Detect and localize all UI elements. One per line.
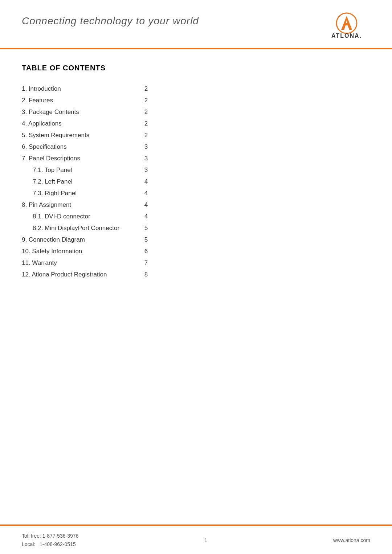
header: Connecting technology to your world ATLO…	[0, 0, 392, 41]
toc-page-number: 3	[144, 153, 160, 164]
toc-page-number: 4	[144, 211, 160, 222]
local-number: 1-408-962-0515	[40, 541, 76, 547]
toc-row: 6. Specifications3	[22, 141, 160, 153]
toc-item-label: 7. Panel Descriptions	[22, 153, 144, 164]
footer: Toll free: 1-877-536-3976 Local: 1-408-9…	[0, 525, 392, 554]
toc-item-label: 3. Package Contents	[22, 106, 144, 118]
local-label: Local:	[22, 541, 35, 547]
toc-item-label: 7.3. Right Panel	[22, 188, 144, 199]
toc-item-label: 7.2. Left Panel	[22, 176, 144, 188]
toc-item-label: 4. Applications	[22, 118, 144, 130]
toc-page-number: 7	[144, 257, 160, 269]
toc-item-label: 6. Specifications	[22, 141, 144, 153]
toc-item-label: 8.1. DVI-D connector	[22, 211, 144, 222]
toc-page-number: 2	[144, 95, 160, 106]
toc-page-number: 3	[144, 141, 160, 153]
toc-row: 11. Warranty7	[22, 257, 160, 269]
toc-page-number: 5	[144, 222, 160, 234]
toc-row: 5. System Requirements2	[22, 130, 160, 141]
toc-row: 7. Panel Descriptions3	[22, 153, 160, 164]
toll-free-label: Toll free:	[22, 533, 41, 539]
toc-page-number: 2	[144, 83, 160, 95]
toc-item-label: 10. Safety Information	[22, 246, 144, 257]
toc-row: 7.3. Right Panel4	[22, 188, 160, 199]
toc-item-label: 7.1. Top Panel	[22, 164, 144, 176]
svg-text:ATLONA.: ATLONA.	[331, 33, 362, 39]
toc-item-label: 8.2. Mini DisplayPort Connector	[22, 222, 144, 234]
page-wrapper: Connecting technology to your world ATLO…	[0, 0, 392, 554]
main-content: TABLE OF CONTENTS 1. Introduction22. Fea…	[0, 49, 392, 524]
logo-area: ATLONA.	[323, 12, 370, 41]
toc-page-number: 2	[144, 106, 160, 118]
toc-row: 12. Atlona Product Registration8	[22, 269, 160, 280]
toc-row: 9. Connection Diagram5	[22, 234, 160, 246]
toc-item-label: 1. Introduction	[22, 83, 144, 95]
toc-page-number: 4	[144, 199, 160, 211]
toc-row: 3. Package Contents2	[22, 106, 160, 118]
footer-contact: Toll free: 1-877-536-3976 Local: 1-408-9…	[22, 532, 78, 548]
toc-page-number: 6	[144, 246, 160, 257]
toc-row: 8.2. Mini DisplayPort Connector5	[22, 222, 160, 234]
toc-item-label: 12. Atlona Product Registration	[22, 269, 144, 280]
toc-page-number: 2	[144, 118, 160, 130]
toc-page-number: 4	[144, 176, 160, 188]
toc-row: 7.1. Top Panel3	[22, 164, 160, 176]
toc-title: TABLE OF CONTENTS	[22, 64, 370, 72]
toc-item-label: 11. Warranty	[22, 257, 144, 269]
toc-page-number: 3	[144, 164, 160, 176]
toc-table: 1. Introduction22. Features23. Package C…	[22, 83, 160, 280]
toc-page-number: 5	[144, 234, 160, 246]
toc-page-number: 2	[144, 130, 160, 141]
toc-row: 8. Pin Assignment4	[22, 199, 160, 211]
toc-page-number: 4	[144, 188, 160, 199]
footer-website: www.atlona.com	[333, 537, 370, 543]
toll-free-number: 1-877-536-3976	[42, 533, 79, 539]
toc-item-label: 8. Pin Assignment	[22, 199, 144, 211]
toc-item-label: 9. Connection Diagram	[22, 234, 144, 246]
toc-row: 8.1. DVI-D connector4	[22, 211, 160, 222]
toc-page-number: 8	[144, 269, 160, 280]
atlona-logo: ATLONA.	[323, 12, 370, 41]
toc-row: 2. Features2	[22, 95, 160, 106]
toc-row: 4. Applications2	[22, 118, 160, 130]
toc-row: 1. Introduction2	[22, 83, 160, 95]
footer-page-number: 1	[204, 537, 207, 543]
toc-item-label: 5. System Requirements	[22, 130, 144, 141]
toc-row: 7.2. Left Panel4	[22, 176, 160, 188]
toc-item-label: 2. Features	[22, 95, 144, 106]
header-tagline: Connecting technology to your world	[22, 12, 199, 27]
toc-row: 10. Safety Information6	[22, 246, 160, 257]
